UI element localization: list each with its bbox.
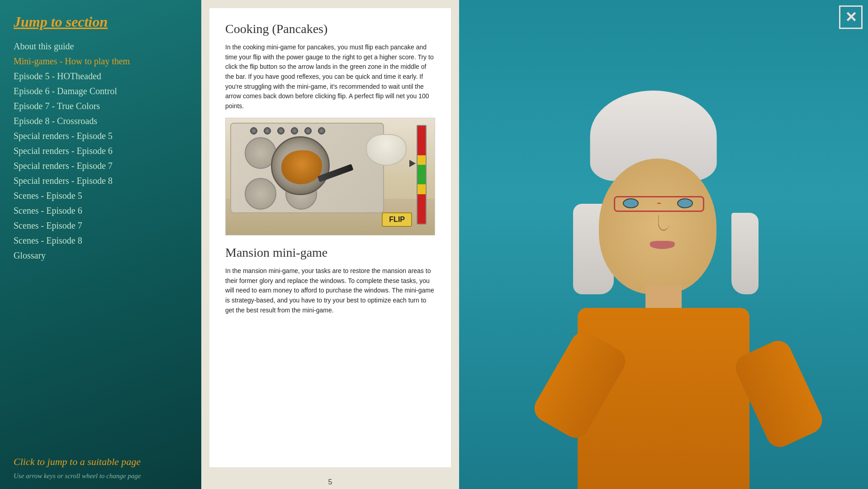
nav-list: About this guide Mini-games - How to pla… [14, 40, 188, 447]
nav-item-ep5[interactable]: Episode 5 - HOTheaded [14, 70, 188, 82]
nav-link-ep6[interactable]: Episode 6 - Damage Control [14, 85, 188, 97]
pancake-scene: FLIP [226, 118, 435, 235]
frying-pan [271, 136, 330, 195]
nav-item-sc7[interactable]: Scenes - Episode 7 [14, 220, 188, 232]
dial-6 [318, 127, 325, 134]
sidebar: Jump to section About this guide Mini-ga… [0, 0, 201, 489]
nav-item-sr7[interactable]: Special renders - Episode 7 [14, 160, 188, 172]
dial-4 [291, 127, 298, 134]
nav-link-ep5[interactable]: Episode 5 - HOTheaded [14, 70, 188, 82]
nav-link-sr6[interactable]: Special renders - Episode 6 [14, 145, 188, 157]
arrow-instruction: Use arrow keys or scroll wheel to change… [14, 472, 188, 480]
char-hair-right [731, 213, 759, 294]
nav-link-ep7[interactable]: Episode 7 - True Colors [14, 100, 188, 112]
jump-instruction: Click to jump to a suitable page [14, 456, 188, 468]
sidebar-title: Jump to section [14, 14, 188, 30]
nav-link-sc5[interactable]: Scenes - Episode 5 [14, 190, 188, 202]
char-eye-right [677, 198, 693, 208]
nav-item-sc8[interactable]: Scenes - Episode 8 [14, 235, 188, 247]
nav-link-sc6[interactable]: Scenes - Episode 6 [14, 205, 188, 217]
nav-link-sr5[interactable]: Special renders - Episode 5 [14, 130, 188, 142]
nav-item-sc5[interactable]: Scenes - Episode 5 [14, 190, 188, 202]
nav-link-minigames[interactable]: Mini-games - How to play them [14, 55, 188, 67]
page-wrapper: Cooking (Pancakes) In the cooking mini-g… [209, 8, 451, 467]
nav-item-sr6[interactable]: Special renders - Episode 6 [14, 145, 188, 157]
sidebar-footer: Click to jump to a suitable page Use arr… [14, 456, 188, 480]
cooking-title: Cooking (Pancakes) [225, 22, 435, 36]
nav-item-ep8[interactable]: Episode 8 - Crossroads [14, 115, 188, 127]
dial-1 [250, 127, 257, 134]
nav-link-glossary[interactable]: Glossary [14, 249, 188, 262]
close-button[interactable]: ✕ [839, 5, 863, 29]
power-gauge [417, 125, 427, 225]
char-eye-left [623, 198, 639, 208]
burner-botleft [245, 178, 276, 210]
nav-item-glossary[interactable]: Glossary [14, 249, 188, 262]
close-button-label: ✕ [845, 10, 857, 24]
mansion-title: Mansion mini-game [225, 245, 435, 260]
nav-item-sr5[interactable]: Special renders - Episode 5 [14, 130, 188, 142]
nav-link-sr8[interactable]: Special renders - Episode 8 [14, 175, 188, 187]
nav-link-sc7[interactable]: Scenes - Episode 7 [14, 220, 188, 232]
character-panel: ✕ [459, 0, 868, 489]
cooking-screenshot: FLIP [225, 118, 435, 235]
nav-item-ep7[interactable]: Episode 7 - True Colors [14, 100, 188, 112]
page-number: 5 [201, 475, 459, 489]
char-head [599, 158, 716, 294]
gauge-green [417, 165, 426, 184]
nav-link-ep8[interactable]: Episode 8 - Crossroads [14, 115, 188, 127]
character-figure [569, 82, 759, 489]
dial-5 [304, 127, 312, 134]
nav-item-sc6[interactable]: Scenes - Episode 6 [14, 205, 188, 217]
gauge-red-bottom [417, 194, 426, 224]
dial-3 [277, 127, 285, 134]
char-nose [658, 215, 669, 231]
mansion-body: In the mansion mini-game, your tasks are… [225, 266, 435, 315]
gauge-yellow-top [417, 155, 426, 165]
cooking-body: In the cooking mini-game for pancakes, y… [225, 43, 435, 111]
gauge-arrow [409, 160, 416, 167]
dial-2 [264, 127, 271, 134]
nav-link-sc8[interactable]: Scenes - Episode 8 [14, 235, 188, 247]
flip-button[interactable]: FLIP [382, 212, 412, 227]
nav-link-about[interactable]: About this guide [14, 40, 188, 53]
char-lips [650, 241, 675, 249]
gauge-yellow-bottom [417, 184, 426, 194]
bowl [366, 134, 407, 166]
pancake [281, 150, 322, 184]
nav-item-ep6[interactable]: Episode 6 - Damage Control [14, 85, 188, 97]
nav-link-sr7[interactable]: Special renders - Episode 7 [14, 160, 188, 172]
nav-item-minigames[interactable]: Mini-games - How to play them [14, 55, 188, 67]
nav-item-sr8[interactable]: Special renders - Episode 8 [14, 175, 188, 187]
nav-item-about[interactable]: About this guide [14, 40, 188, 53]
main-content: Cooking (Pancakes) In the cooking mini-g… [201, 0, 459, 489]
gauge-red-top [417, 126, 426, 155]
